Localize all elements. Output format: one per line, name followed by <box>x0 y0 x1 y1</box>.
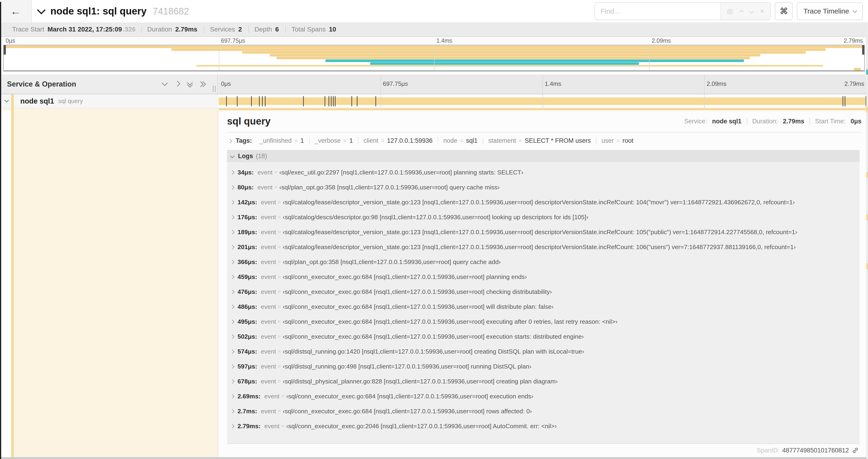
log-entry-row[interactable]: 176μs: event = ‹sql/catalog/descs/descri… <box>227 210 860 225</box>
log-field-value: ‹sql/conn_executor_exec.go:684 [nsql1,cl… <box>283 288 552 296</box>
minimap-tick-labels: 0μs697.75μs1.4ms2.09ms2.79ms <box>3 37 865 44</box>
summary-label: Trace Start <box>12 26 44 33</box>
log-timestamp: 176μs: <box>238 214 257 221</box>
view-selector-label: Trace Timeline <box>803 7 849 15</box>
span-row-timeline-cell[interactable] <box>219 94 866 108</box>
log-entry-row[interactable]: 502μs: event = ‹sql/conn_executor_exec.g… <box>227 329 860 344</box>
partial-span-row <box>0 108 868 110</box>
chevron-right-icon <box>230 424 234 428</box>
minimap-span-bar <box>370 62 639 65</box>
tag-value: root <box>623 137 633 144</box>
minimap-right-scrub-handle[interactable] <box>862 45 864 55</box>
timeline-axis: 0μs697.75μs1.4ms2.09ms2.79ms <box>219 75 866 94</box>
log-entry-row[interactable]: 678μs: event = ‹sql/distsql_physical_pla… <box>227 374 860 389</box>
grid-line <box>380 94 381 108</box>
trace-summary-item: Trace Start March 31 2022, 17:25:09 .326 <box>6 26 141 33</box>
chevron-right-icon <box>230 260 234 264</box>
log-timestamp: 2.79ms: <box>238 423 260 430</box>
log-entry-row[interactable]: 476μs: event = ‹sql/conn_executor_exec.g… <box>227 284 860 299</box>
log-field-value: ‹sql/plan_opt.go:358 [nsql1,client=127.0… <box>279 184 500 191</box>
timeline-tick-label: 0μs <box>221 80 231 88</box>
span-id-label: SpanID: <box>757 447 780 454</box>
page-title: node sql1: sql query <box>51 6 147 17</box>
collapse-one-button[interactable] <box>163 81 167 87</box>
back-button[interactable]: ← <box>0 0 32 22</box>
find-next-button[interactable] <box>750 8 753 15</box>
log-entry-row[interactable]: 201μs: event = ‹sql/catalog/lease/descri… <box>227 239 860 255</box>
log-entry-row[interactable]: 597μs: event = ‹sql/distsql_running.go:4… <box>227 359 860 374</box>
locate-icon[interactable]: ◎ <box>727 8 733 15</box>
edge-artifact <box>866 215 868 220</box>
keyboard-shortcuts-button[interactable]: ⌘ <box>775 2 793 20</box>
tag-item[interactable]: node = sql1 <box>438 137 483 144</box>
log-field-value: ‹sql/conn_executor_exec.go:684 [nsql1,cl… <box>283 303 554 310</box>
expand-all-button[interactable] <box>200 82 205 86</box>
expand-one-button[interactable] <box>175 81 180 87</box>
log-entry-row[interactable]: 2.69ms: event = ‹sql/conn_executor_exec.… <box>227 389 860 404</box>
log-field-key: event <box>261 408 276 415</box>
edge-artifact <box>866 107 868 112</box>
log-timestamp: 495μs: <box>238 318 257 325</box>
tag-item[interactable]: _verbose = 1 <box>309 137 358 144</box>
chevron-right-icon <box>230 409 234 413</box>
span-collapse-button[interactable] <box>5 99 8 103</box>
log-entry-row[interactable]: 189μs: event = ‹sql/catalog/lease/descri… <box>227 225 860 239</box>
timeline-tick-label: 2.79ms <box>844 80 864 88</box>
view-selector-button[interactable]: Trace Timeline <box>797 2 863 20</box>
log-timestamp: 142μs: <box>238 199 257 206</box>
deep-link-icon[interactable] <box>852 447 859 454</box>
minimap-canvas[interactable] <box>3 45 865 71</box>
log-entry-row[interactable]: 574μs: event = ‹sql/distsql_running.go:1… <box>227 344 860 359</box>
log-field-key: event <box>257 184 273 191</box>
log-entry-row[interactable]: 2.79ms: event = ‹sql/conn_executor_exec.… <box>227 419 860 434</box>
span-row[interactable]: node sql1 sql query <box>0 94 868 108</box>
tags-section-toggle[interactable]: Tags: _unfinished = 1 _verbose = 1 clien… <box>227 133 861 149</box>
logs-section-toggle[interactable]: Logs (18) <box>227 150 860 162</box>
log-entry-row[interactable]: 34μs: event = ‹sql/exec_util.go:2297 [ns… <box>227 165 860 180</box>
tag-item[interactable]: user = root <box>596 137 639 144</box>
log-entry-row[interactable]: 366μs: event = ‹sql/plan_opt.go:358 [nsq… <box>227 255 860 269</box>
partial-row-name-cell <box>0 108 218 110</box>
log-entry-row[interactable]: 80μs: event = ‹sql/plan_opt.go:358 [nsql… <box>227 180 860 195</box>
chevron-right-icon <box>230 305 234 309</box>
find-input[interactable] <box>595 3 720 20</box>
find-clear-button[interactable]: × <box>760 8 765 15</box>
log-entry-row[interactable]: 459μs: event = ‹sql/conn_executor_exec.g… <box>227 269 860 284</box>
find-tools: ◎ × <box>720 3 771 20</box>
collapse-all-button[interactable] <box>188 81 192 87</box>
equals-sign: = <box>278 333 281 339</box>
trace-expander-button[interactable] <box>38 8 44 15</box>
tags-label: Tags: <box>236 137 252 144</box>
span-detail-meta: Service: node sql1 Duration: 2.79ms Star… <box>684 118 862 125</box>
column-resize-grip[interactable] <box>213 86 216 92</box>
log-timestamp: 502μs: <box>238 333 257 340</box>
log-field-key: event <box>261 273 276 281</box>
find-prev-button[interactable] <box>740 8 743 15</box>
log-marker-tick <box>303 96 304 106</box>
span-color-stripe <box>11 108 14 110</box>
tag-item[interactable]: client = 127.0.0.1:59936 <box>358 137 438 144</box>
log-field-key: event <box>261 333 276 340</box>
log-field-value: ‹sql/distsql_running.go:498 [nsql1,clien… <box>283 363 531 370</box>
log-entry-row[interactable]: 142μs: event = ‹sql/catalog/lease/descri… <box>227 195 860 210</box>
log-field-key: event <box>261 348 276 355</box>
tag-item[interactable]: statement = SELECT * FROM users <box>483 137 596 144</box>
equals-sign: = <box>617 138 620 144</box>
log-field-value: ‹sql/conn_executor_exec.go:2046 [nsql1,c… <box>286 423 557 430</box>
log-field-value: ‹sql/conn_executor_exec.go:684 [nsql1,cl… <box>283 273 527 281</box>
window-left-edge <box>0 2 1 459</box>
service-operation-label: Service & Operation <box>7 80 163 88</box>
log-entry-row[interactable]: 2.7ms: event = ‹sql/conn_executor_exec.g… <box>227 404 860 419</box>
chevron-down-icon <box>37 6 46 14</box>
timeline-grid-header: Service & Operation 0μs697.75μs1.4ms2.09… <box>0 75 868 94</box>
tag-item[interactable]: _unfinished = 1 <box>254 137 309 144</box>
log-entry-row[interactable]: 495μs: event = ‹sql/conn_executor_exec.g… <box>227 314 860 329</box>
minimap-left-scrub-handle[interactable] <box>4 45 6 55</box>
log-timestamp: 2.7ms: <box>238 408 257 415</box>
tag-key: _unfinished <box>259 137 292 144</box>
tag-value: 1 <box>349 137 353 144</box>
grid-line <box>649 45 650 70</box>
log-field-value: ‹sql/distsql_physical_planner.go:828 [ns… <box>283 378 558 385</box>
equals-sign: = <box>381 138 384 144</box>
log-entry-row[interactable]: 486μs: event = ‹sql/conn_executor_exec.g… <box>227 299 860 314</box>
